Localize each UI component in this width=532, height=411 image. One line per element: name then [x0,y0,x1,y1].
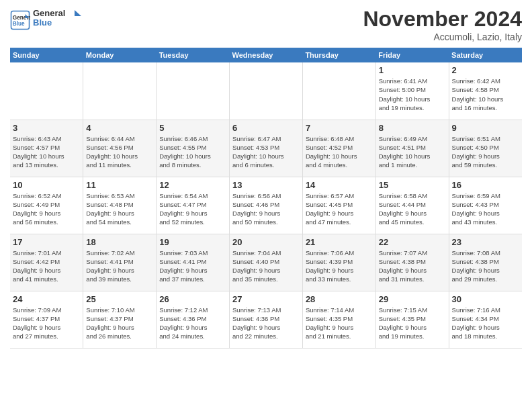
calendar-cell: 26Sunrise: 7:12 AM Sunset: 4:36 PM Dayli… [157,291,230,348]
logo-icon: General Blue [10,10,30,30]
logo-text: General Blue [33,7,87,33]
day-info: Sunrise: 7:16 AM Sunset: 4:34 PM Dayligh… [452,306,519,341]
calendar-cell [302,62,375,120]
day-info: Sunrise: 6:58 AM Sunset: 4:44 PM Dayligh… [379,191,446,227]
weekday-header-sunday: Sunday [10,48,83,62]
day-info: Sunrise: 6:49 AM Sunset: 4:51 PM Dayligh… [379,134,446,170]
day-number: 11 [86,180,153,190]
day-number: 9 [452,123,519,133]
header: General Blue General Blue November 2024 … [10,7,522,42]
calendar-cell: 29Sunrise: 7:15 AM Sunset: 4:35 PM Dayli… [375,291,449,348]
day-number: 18 [86,237,153,247]
day-number: 22 [379,237,446,247]
day-number: 19 [159,237,226,247]
calendar-cell: 27Sunrise: 7:13 AM Sunset: 4:36 PM Dayli… [230,291,303,348]
day-info: Sunrise: 6:53 AM Sunset: 4:48 PM Dayligh… [86,191,153,227]
calendar-cell [10,62,83,120]
day-number: 1 [379,65,446,75]
calendar-cell: 18Sunrise: 7:02 AM Sunset: 4:41 PM Dayli… [83,234,157,291]
calendar-cell [230,62,303,120]
day-info: Sunrise: 7:06 AM Sunset: 4:39 PM Dayligh… [306,248,373,284]
calendar-cell: 14Sunrise: 6:57 AM Sunset: 4:45 PM Dayli… [302,177,375,234]
title-section: November 2024 Accumoli, Lazio, Italy [363,7,522,42]
calendar-cell: 17Sunrise: 7:01 AM Sunset: 4:42 PM Dayli… [10,234,83,291]
calendar-cell: 12Sunrise: 6:54 AM Sunset: 4:47 PM Dayli… [157,177,230,234]
day-info: Sunrise: 7:02 AM Sunset: 4:41 PM Dayligh… [86,248,153,284]
day-info: Sunrise: 6:56 AM Sunset: 4:46 PM Dayligh… [232,191,300,227]
weekday-header-row: SundayMondayTuesdayWednesdayThursdayFrid… [10,48,522,62]
svg-text:Blue: Blue [33,17,52,28]
calendar-cell: 2Sunrise: 6:42 AM Sunset: 4:58 PM Daylig… [449,62,522,120]
day-info: Sunrise: 6:42 AM Sunset: 4:58 PM Dayligh… [452,77,519,112]
day-number: 5 [159,123,226,133]
day-info: Sunrise: 6:51 AM Sunset: 4:50 PM Dayligh… [452,134,519,170]
svg-text:Blue: Blue [13,20,25,26]
day-info: Sunrise: 6:46 AM Sunset: 4:55 PM Dayligh… [159,134,226,170]
day-number: 16 [452,180,519,190]
week-row-5: 24Sunrise: 7:09 AM Sunset: 4:37 PM Dayli… [10,291,522,348]
day-info: Sunrise: 7:15 AM Sunset: 4:35 PM Dayligh… [379,306,446,341]
weekday-header-thursday: Thursday [302,48,375,62]
calendar-cell: 9Sunrise: 6:51 AM Sunset: 4:50 PM Daylig… [449,120,522,177]
day-number: 7 [306,123,373,133]
calendar-cell: 1Sunrise: 6:41 AM Sunset: 5:00 PM Daylig… [375,62,449,120]
day-info: Sunrise: 7:04 AM Sunset: 4:40 PM Dayligh… [232,248,300,284]
week-row-3: 10Sunrise: 6:52 AM Sunset: 4:49 PM Dayli… [10,177,522,234]
day-number: 24 [13,294,80,304]
day-info: Sunrise: 7:10 AM Sunset: 4:37 PM Dayligh… [86,306,153,341]
day-info: Sunrise: 6:48 AM Sunset: 4:52 PM Dayligh… [306,134,373,170]
day-number: 8 [379,123,446,133]
calendar-cell: 16Sunrise: 6:59 AM Sunset: 4:43 PM Dayli… [449,177,522,234]
day-number: 29 [379,294,446,304]
svg-marker-6 [75,10,81,16]
week-row-2: 3Sunrise: 6:43 AM Sunset: 4:57 PM Daylig… [10,120,522,177]
day-info: Sunrise: 6:47 AM Sunset: 4:53 PM Dayligh… [232,134,300,170]
calendar-cell: 21Sunrise: 7:06 AM Sunset: 4:39 PM Dayli… [302,234,375,291]
day-number: 27 [232,294,300,304]
calendar-cell: 10Sunrise: 6:52 AM Sunset: 4:49 PM Dayli… [10,177,83,234]
day-number: 23 [452,237,519,247]
day-info: Sunrise: 6:41 AM Sunset: 5:00 PM Dayligh… [379,77,446,112]
day-info: Sunrise: 7:08 AM Sunset: 4:38 PM Dayligh… [452,248,519,284]
location: Accumoli, Lazio, Italy [363,32,522,42]
calendar-cell: 7Sunrise: 6:48 AM Sunset: 4:52 PM Daylig… [302,120,375,177]
day-info: Sunrise: 7:07 AM Sunset: 4:38 PM Dayligh… [379,248,446,284]
calendar-cell: 30Sunrise: 7:16 AM Sunset: 4:34 PM Dayli… [449,291,522,348]
day-info: Sunrise: 7:01 AM Sunset: 4:42 PM Dayligh… [13,248,80,284]
day-number: 28 [306,294,373,304]
day-info: Sunrise: 6:52 AM Sunset: 4:49 PM Dayligh… [13,191,80,227]
calendar-cell: 5Sunrise: 6:46 AM Sunset: 4:55 PM Daylig… [157,120,230,177]
day-number: 10 [13,180,80,190]
calendar-cell: 19Sunrise: 7:03 AM Sunset: 4:41 PM Dayli… [157,234,230,291]
weekday-header-monday: Monday [83,48,157,62]
calendar-cell: 4Sunrise: 6:44 AM Sunset: 4:56 PM Daylig… [83,120,157,177]
weekday-header-tuesday: Tuesday [157,48,230,62]
svg-text:General: General [33,8,65,18]
day-info: Sunrise: 6:44 AM Sunset: 4:56 PM Dayligh… [86,134,153,170]
logo: General Blue General Blue [10,7,87,33]
calendar-table: SundayMondayTuesdayWednesdayThursdayFrid… [10,48,522,349]
calendar-cell: 11Sunrise: 6:53 AM Sunset: 4:48 PM Dayli… [83,177,157,234]
calendar-cell: 23Sunrise: 7:08 AM Sunset: 4:38 PM Dayli… [449,234,522,291]
day-info: Sunrise: 7:03 AM Sunset: 4:41 PM Dayligh… [159,248,226,284]
day-number: 20 [232,237,300,247]
day-number: 6 [232,123,300,133]
day-number: 25 [86,294,153,304]
day-info: Sunrise: 7:13 AM Sunset: 4:36 PM Dayligh… [232,306,300,341]
day-number: 26 [159,294,226,304]
day-info: Sunrise: 6:59 AM Sunset: 4:43 PM Dayligh… [452,191,519,227]
day-number: 3 [13,123,80,133]
day-number: 2 [452,65,519,75]
month-title: November 2024 [363,7,522,32]
day-info: Sunrise: 7:09 AM Sunset: 4:37 PM Dayligh… [13,306,80,341]
day-info: Sunrise: 7:12 AM Sunset: 4:36 PM Dayligh… [159,306,226,341]
calendar-cell [83,62,157,120]
calendar-cell: 13Sunrise: 6:56 AM Sunset: 4:46 PM Dayli… [230,177,303,234]
day-number: 21 [306,237,373,247]
calendar-cell: 25Sunrise: 7:10 AM Sunset: 4:37 PM Dayli… [83,291,157,348]
day-number: 15 [379,180,446,190]
weekday-header-wednesday: Wednesday [230,48,303,62]
calendar-cell [157,62,230,120]
day-info: Sunrise: 6:57 AM Sunset: 4:45 PM Dayligh… [306,191,373,227]
calendar-cell: 6Sunrise: 6:47 AM Sunset: 4:53 PM Daylig… [230,120,303,177]
